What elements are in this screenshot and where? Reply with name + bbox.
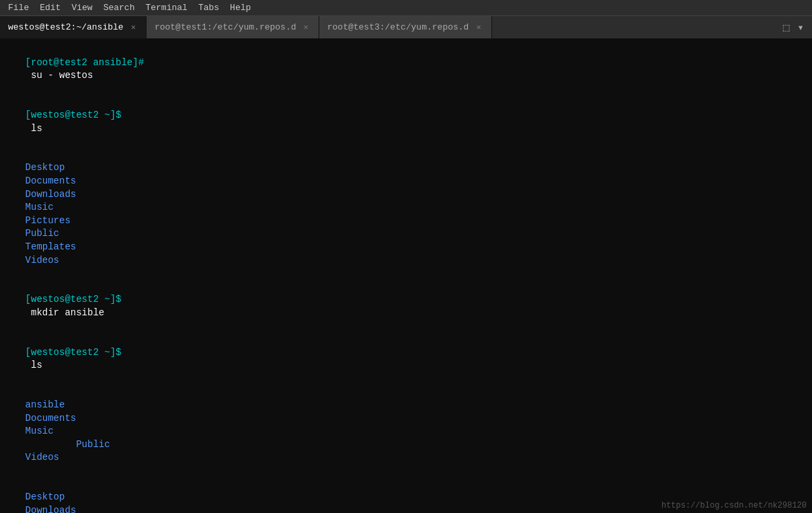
prompt: [root@test2 ansible]#: [26, 57, 144, 68]
menu-view[interactable]: View: [66, 1, 97, 14]
prompt: [westos@test2 ~]$: [26, 347, 122, 358]
ls-item: Pictures: [26, 215, 87, 226]
terminal[interactable]: [root@test2 ansible]# su - westos [westo…: [0, 39, 812, 513]
prompt: [westos@test2 ~]$: [26, 110, 122, 120]
ls-item: Downloads: [26, 505, 87, 513]
ls-item: Documents: [26, 175, 87, 186]
tab-2-close[interactable]: ✕: [302, 22, 311, 33]
menubar: File Edit View Search Terminal Tabs Help: [0, 0, 812, 16]
prompt: [westos@test2 ~]$: [26, 294, 122, 305]
ls-item: Music: [26, 202, 87, 212]
tab-2[interactable]: root@test1:/etc/yum.repos.d ✕: [147, 16, 319, 38]
ls-item: Desktop: [26, 162, 87, 173]
ls-item: Documents: [26, 413, 87, 424]
terminal-line: ansible Documents Music Public Videos: [3, 385, 812, 477]
menu-tabs[interactable]: Tabs: [193, 1, 225, 14]
tabbar: westos@test2:~/ansible ✕ root@test1:/etc…: [0, 16, 812, 39]
menu-edit[interactable]: Edit: [34, 1, 66, 14]
ls-item: Desktop: [26, 491, 87, 502]
ls-item: Public: [26, 228, 87, 239]
menu-file[interactable]: File: [3, 1, 34, 14]
tab-3[interactable]: root@test3:/etc/yum.repos.d ✕: [319, 16, 492, 38]
ls-item: ansible: [26, 399, 87, 410]
terminal-line: [root@test2 ansible]# su - westos: [3, 43, 812, 95]
menu-help[interactable]: Help: [225, 1, 256, 14]
terminal-line: Desktop Documents Downloads Music Pictur…: [3, 149, 812, 280]
tab-3-close[interactable]: ✕: [474, 22, 483, 33]
cmd: ls: [26, 360, 42, 370]
terminal-line: [westos@test2 ~]$ mkdir ansible: [3, 280, 812, 333]
ls-item: Downloads: [26, 189, 87, 200]
ls-item: Videos: [26, 452, 59, 463]
cmd: mkdir ansible: [26, 307, 105, 318]
terminal-line: [westos@test2 ~]$ ls: [3, 333, 812, 385]
tab-dropdown-button[interactable]: ▾: [795, 19, 807, 36]
terminal-line: [westos@test2 ~]$ ls: [3, 95, 812, 148]
ls-item: Videos: [26, 255, 59, 266]
tab-3-label: root@test3:/etc/yum.repos.d: [327, 22, 469, 32]
watermark: https://blog.csdn.net/nk298120: [661, 501, 807, 510]
menu-terminal[interactable]: Terminal: [140, 1, 192, 14]
tab-1-label: westos@test2:~/ansible: [8, 22, 124, 32]
tab-2-label: root@test1:/etc/yum.repos.d: [155, 22, 296, 32]
cmd: su - westos: [26, 70, 93, 81]
ls-item: Public: [26, 439, 150, 450]
tab-1-close[interactable]: ✕: [129, 22, 138, 33]
new-tab-button[interactable]: ⬚: [780, 19, 793, 36]
tab-actions: ⬚ ▾: [775, 16, 812, 38]
ls-item: Music: [26, 426, 87, 436]
menu-search[interactable]: Search: [98, 1, 140, 14]
cmd: ls: [26, 123, 42, 134]
ls-item: Templates: [26, 241, 87, 252]
tab-1[interactable]: westos@test2:~/ansible ✕: [0, 16, 147, 38]
